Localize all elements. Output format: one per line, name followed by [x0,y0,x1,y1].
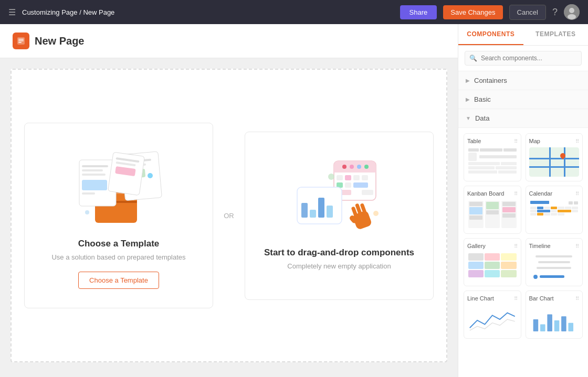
component-card-gallery-header: Gallery ⠿ [467,243,518,249]
svg-rect-33 [337,175,343,180]
sidebar-section-data: ▼ Data [458,109,588,128]
sidebar-section-basic: ▶ Basic [458,90,588,109]
sidebar-section-containers: ▶ Containers [458,71,588,90]
map-preview [529,147,580,177]
component-card-kanban-header: Kanban Board ⠿ [467,190,518,197]
component-card-gallery[interactable]: Gallery ⠿ [464,238,521,286]
svg-rect-36 [362,175,368,180]
sidebar-tabs: Components Templates [458,24,588,46]
calendar-preview [529,200,580,229]
svg-rect-45 [318,198,324,218]
tab-components[interactable]: Components [458,24,523,45]
svg-rect-46 [327,206,333,218]
drag-icon-gallery: ⠿ [514,243,518,249]
svg-rect-13 [82,174,106,176]
or-divider: OR [213,212,245,220]
svg-rect-28 [334,168,376,173]
drag-icon-timeline: ⠿ [575,243,579,249]
data-section-header[interactable]: ▼ Data [458,109,588,127]
template-card: Choose a Template Use a solution based o… [24,123,213,308]
breadcrumb-current: New Page [83,8,114,16]
table-label: Table [467,138,481,144]
component-row-1: Table ⠿ [464,133,583,181]
component-card-calendar-header: Calendar ⠿ [529,190,580,197]
right-sidebar: Components Templates 🔍 ▶ Containers ▶ Ba… [458,24,588,377]
svg-rect-58 [561,316,566,331]
svg-rect-12 [82,169,103,171]
component-card-map-header: Map ⠿ [529,138,580,144]
breadcrumb-parent[interactable]: Customizing Page [22,8,78,16]
svg-rect-6 [18,42,22,43]
svg-rect-35 [353,175,360,180]
component-card-bar-chart[interactable]: Bar Chart ⠿ [526,290,583,339]
component-card-kanban[interactable]: Kanban Board ⠿ [464,186,521,234]
svg-rect-57 [554,320,559,331]
svg-point-30 [350,165,354,169]
svg-point-24 [148,173,153,178]
bar-chart-preview [529,305,580,334]
component-card-calendar[interactable]: Calendar ⠿ [526,186,583,234]
component-card-bar-chart-header: Bar Chart ⠿ [529,295,580,301]
gallery-label: Gallery [467,243,486,249]
svg-rect-34 [345,175,351,180]
component-card-line-chart[interactable]: Line Chart ⠿ [464,290,521,339]
svg-point-29 [342,165,346,169]
drag-icon-map: ⠿ [575,138,579,144]
svg-point-31 [357,165,361,169]
gallery-preview [467,252,518,282]
svg-point-2 [568,14,576,19]
search-input[interactable] [465,51,582,66]
main-layout: New Page [0,24,588,377]
svg-rect-41 [362,190,373,195]
cancel-button[interactable]: Cancel [509,5,546,20]
svg-rect-11 [82,165,108,167]
breadcrumb-separator: / [79,8,81,16]
hamburger-menu-icon[interactable]: ☰ [8,7,16,17]
chevron-right-icon-basic: ▶ [466,96,470,102]
page-header: New Page [0,24,458,58]
svg-rect-44 [310,210,316,218]
sidebar-search-container: 🔍 [458,46,588,71]
avatar[interactable] [564,4,580,20]
page-title: New Page [35,35,84,47]
basic-section-header[interactable]: ▶ Basic [458,90,588,109]
kanban-preview [467,200,518,229]
canvas-body: Choose a Template Use a solution based o… [0,58,458,377]
svg-rect-39 [353,182,368,188]
svg-rect-43 [301,203,308,218]
svg-rect-54 [533,319,538,331]
search-icon: 🔍 [469,55,477,62]
svg-point-53 [373,211,379,216]
svg-rect-59 [568,323,573,331]
save-changes-button[interactable]: Save Changes [443,5,502,19]
drag-icon-kanban: ⠿ [514,191,518,197]
canvas-drop-zone[interactable]: Choose a Template Use a solution based o… [10,69,447,362]
line-chart-label: Line Chart [467,295,494,301]
component-card-line-chart-header: Line Chart ⠿ [467,295,518,301]
containers-section-header[interactable]: ▶ Containers [458,71,588,90]
drag-icon-calendar: ⠿ [575,191,579,197]
drag-icon-bar-chart: ⠿ [575,296,579,301]
component-card-table[interactable]: Table ⠿ [464,133,521,181]
component-grid: Table ⠿ [458,128,588,377]
data-label: Data [475,114,489,122]
svg-rect-56 [547,314,552,331]
containers-label: Containers [474,77,507,84]
cards-container: Choose a Template Use a solution based o… [24,123,434,308]
component-card-map[interactable]: Map ⠿ [526,133,583,181]
component-row-2: Kanban Board ⠿ [464,186,583,234]
component-card-timeline[interactable]: Timeline ⠿ [526,238,583,286]
basic-label: Basic [474,95,491,103]
canvas-area: New Page [0,24,458,377]
share-button[interactable]: Share [400,5,437,19]
choose-template-button[interactable]: Choose a Template [78,272,159,289]
svg-rect-55 [540,325,545,331]
breadcrumb: Customizing Page / New Page [22,8,114,16]
map-label: Map [529,138,540,144]
tab-templates[interactable]: Templates [523,24,589,45]
chevron-down-icon-data: ▼ [466,115,471,121]
help-icon[interactable]: ? [552,7,558,18]
bar-chart-label: Bar Chart [529,295,554,301]
line-chart-preview [467,305,518,334]
drag-icon-line-chart: ⠿ [514,296,518,301]
